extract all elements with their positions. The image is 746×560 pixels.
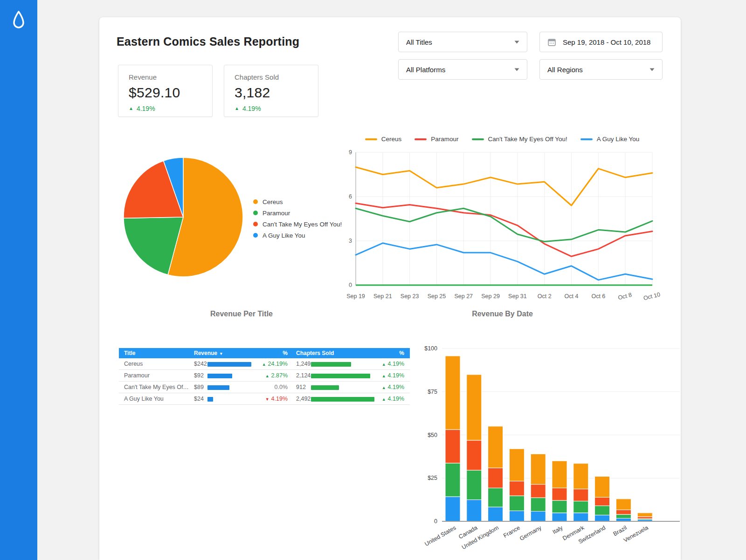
bar-segment (595, 477, 610, 498)
trend-up-icon: ▲ (262, 362, 266, 367)
column-header-title[interactable]: Title (124, 348, 135, 358)
bar-segment (488, 507, 503, 521)
kpi-delta: ▲ 4.19% (129, 105, 212, 112)
page-title: Eastern Comics Sales Reporting (117, 35, 299, 48)
chapters-cell: 2,492 (296, 393, 311, 404)
svg-text:Sep 21: Sep 21 (373, 293, 392, 300)
title-cell: Paramour (124, 370, 190, 381)
legend-item[interactable]: Paramour (253, 207, 342, 219)
revenue-bar (207, 397, 213, 402)
chevron-down-icon (649, 68, 655, 71)
line-series (356, 243, 652, 280)
trend-cell: ▲4.19% (371, 382, 404, 393)
kpi-delta: ▲ 4.19% (235, 105, 318, 112)
legend-item[interactable]: Can't Take My Eyes Off You! (472, 136, 567, 143)
chapters-cell: 2,124 (296, 370, 311, 381)
regions-filter[interactable]: All Regions (539, 59, 663, 80)
bar-segment (616, 518, 631, 521)
bar-segment (595, 515, 610, 521)
svg-text:$100: $100 (424, 345, 437, 352)
bar-segment (509, 496, 524, 511)
trend-cell: ▲2.87% (254, 370, 288, 381)
legend-line-swatch (414, 138, 427, 140)
calendar-icon (547, 38, 556, 47)
legend-label: Paramour (262, 210, 290, 217)
column-header-chapters-pct[interactable]: % (376, 348, 404, 358)
platforms-filter-value: All Platforms (406, 66, 514, 74)
bar-segment (488, 468, 503, 488)
bar-segment (595, 506, 610, 515)
table-header-row: TitleRevenue▾%Chapters Sold% (119, 348, 410, 358)
bar-segment (488, 426, 503, 468)
trend-up-icon: ▲ (382, 374, 386, 378)
bar-segment (616, 514, 631, 518)
title-cell: A Guy Like You (124, 393, 190, 404)
bar-segment (637, 517, 652, 519)
svg-text:United Kingdom: United Kingdom (461, 524, 500, 551)
chapters-bar (311, 374, 370, 378)
app-logo[interactable] (12, 10, 25, 29)
bar-segment (573, 501, 588, 513)
legend-item[interactable]: A Guy Like You (253, 230, 342, 241)
date-range-picker[interactable]: Sep 19, 2018 - Oct 10, 2018 (539, 32, 663, 52)
line-series (356, 203, 652, 256)
legend-color-dot (253, 199, 258, 204)
svg-text:Oct 8: Oct 8 (617, 292, 632, 301)
platforms-filter[interactable]: All Platforms (398, 59, 527, 80)
droplet-icon (12, 10, 25, 29)
svg-text:3: 3 (349, 238, 352, 244)
bar-segment (509, 511, 524, 521)
legend-label: Paramour (431, 136, 458, 143)
bar-segment (531, 485, 546, 498)
legend-color-dot (253, 233, 258, 238)
bar-segment (531, 512, 546, 522)
svg-text:Oct 6: Oct 6 (591, 293, 605, 300)
title-cell: Can't Take My Eyes Off You! (124, 382, 190, 393)
trend-up-icon: ▲ (235, 106, 239, 111)
trend-up-icon: ▲ (265, 374, 269, 378)
legend-label: Can't Take My Eyes Off You! (262, 221, 342, 228)
column-header-chapters[interactable]: Chapters Sold (296, 348, 334, 358)
legend-item[interactable]: A Guy Like You (580, 136, 640, 143)
svg-text:United States: United States (424, 524, 457, 547)
svg-text:$25: $25 (428, 475, 437, 481)
legend-item[interactable]: Paramour (414, 136, 458, 143)
trend-up-icon: ▲ (382, 397, 386, 402)
bar-segment (573, 489, 588, 501)
chapters-bar (311, 362, 351, 367)
legend-item[interactable]: Cereus (253, 196, 342, 207)
svg-text:Oct 10: Oct 10 (642, 291, 661, 302)
column-header-revenue-pct[interactable]: % (260, 348, 288, 358)
revenue-cell: $92 (194, 370, 204, 381)
kpi-label: Chapters Sold (235, 73, 318, 81)
trend-up-icon: ▲ (382, 362, 386, 367)
svg-text:Sep 25: Sep 25 (428, 293, 446, 300)
kpi-value: 3,182 (235, 85, 318, 101)
column-header-revenue[interactable]: Revenue▾ (194, 348, 222, 358)
revenue-cell: $89 (194, 382, 204, 393)
legend-item[interactable]: Can't Take My Eyes Off You! (253, 219, 342, 230)
bar-segment (616, 499, 631, 510)
trend-cell: ▼4.19% (254, 393, 288, 404)
pie-legend: CereusParamourCan't Take My Eyes Off You… (253, 196, 342, 241)
trend-cell: ▲4.19% (371, 370, 404, 381)
line-series (356, 208, 652, 241)
trend-cell: ▲4.19% (371, 358, 404, 369)
bar-segment (445, 356, 460, 430)
svg-text:Sep 19: Sep 19 (346, 293, 365, 300)
trend-up-icon: ▲ (382, 385, 386, 390)
bar-segment (552, 513, 567, 521)
table-row: Cereus$242▲24.19%1,249▲4.19% (119, 358, 410, 370)
legend-item[interactable]: Cereus (365, 136, 402, 143)
legend-line-swatch (365, 138, 377, 140)
titles-filter-value: All Titles (406, 38, 514, 46)
bar-segment (616, 510, 631, 514)
kpi-delta-value: 4.19% (242, 105, 261, 112)
svg-text:Oct 2: Oct 2 (538, 293, 552, 300)
bar-segment (637, 513, 652, 517)
bar-segment (445, 430, 460, 463)
bar-segment (552, 500, 567, 513)
table-row: Can't Take My Eyes Off You!$890.0%912▲4.… (119, 382, 410, 393)
chapters-bar (311, 397, 374, 402)
titles-filter[interactable]: All Titles (398, 32, 527, 52)
